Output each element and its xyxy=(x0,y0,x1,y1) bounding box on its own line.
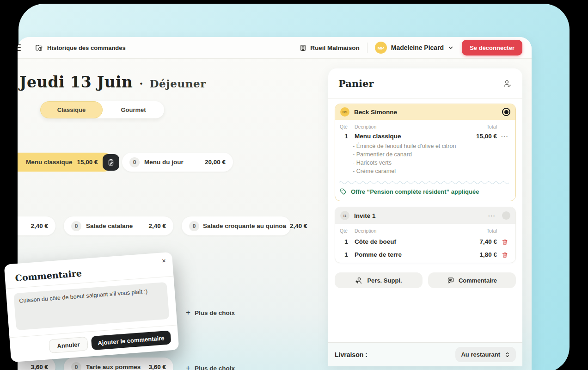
salad-item-catalane[interactable]: 0 Salade catalane 2,40 € xyxy=(64,216,173,235)
chevron-updown-icon xyxy=(504,352,510,358)
delete-item-icon[interactable] xyxy=(499,252,511,258)
wavy-divider xyxy=(339,180,512,184)
comment-button[interactable]: Commentaire xyxy=(428,272,516,288)
delivery-select[interactable]: Au restaurant xyxy=(455,347,516,362)
cart-panel: Panier BS Beck Simonne Qté Decription xyxy=(328,68,522,366)
menu-type-tabs: Classique Gourmet xyxy=(40,101,164,118)
logout-button[interactable]: Se déconnecter xyxy=(462,40,522,56)
person-plus-icon xyxy=(355,277,363,284)
close-icon[interactable]: × xyxy=(162,257,166,265)
building-icon xyxy=(300,44,306,51)
title-separator: · xyxy=(139,77,143,90)
guest-card-invite-1: I1 Invité 1 ··· Qté Decription Total 1 C… xyxy=(335,207,516,263)
item-details: - Émincé de fenouil huile d'olive et cit… xyxy=(335,140,515,175)
plus-icon: + xyxy=(186,308,190,317)
guest-avatar: I1 xyxy=(340,211,349,220)
divider xyxy=(367,43,368,53)
menu-icon[interactable] xyxy=(18,44,21,51)
menu-item-du-jour[interactable]: 0 Menu du jour 20,00 € xyxy=(122,153,233,172)
location-display: Rueil Malmaison xyxy=(300,44,360,51)
comment-textarea[interactable]: Cuisson du côte de boeuf saignant s'il v… xyxy=(13,282,169,331)
guest-header[interactable]: I1 Invité 1 ··· xyxy=(335,207,515,224)
cart-column-headers: Qté Decription Total xyxy=(335,228,515,234)
qty-badge: 0 xyxy=(71,362,81,370)
cart-item-row: 1 Menu classique 15,00 € ··· xyxy=(335,133,515,140)
cart-header: Panier xyxy=(328,68,522,99)
guest-avatar: BS xyxy=(340,107,349,117)
guest-card-beck-simonne: BS Beck Simonne Qté Decription Total 1 M… xyxy=(335,104,516,201)
more-choices-link-desserts[interactable]: + Plus de choix xyxy=(186,364,235,370)
dessert-item-tarte[interactable]: 0 Tarte aux pommes 3,60 € xyxy=(64,358,173,370)
meal-title: Déjeuner xyxy=(150,77,207,90)
cart-title: Panier xyxy=(338,78,374,89)
delete-item-icon[interactable] xyxy=(499,239,511,245)
top-bar: Historique des commandes Rueil Malmaison… xyxy=(18,37,532,59)
cart-item-row: 1 Pomme de terre 1,80 € xyxy=(335,251,515,258)
offer-label: Offre “Pension complète résident” appliq… xyxy=(351,188,479,195)
more-choices-link[interactable]: + Plus de choix xyxy=(186,308,235,317)
cart-item-row: 1 Côte de boeuf 7,40 € xyxy=(335,238,515,245)
guest-options-icon[interactable]: ··· xyxy=(488,212,496,219)
offer-row: Offre “Pension complète résident” appliq… xyxy=(335,184,515,201)
comment-modal: × Commentaire Cuisson du côte de boeuf s… xyxy=(4,252,179,363)
location-label: Rueil Malmaison xyxy=(310,44,360,51)
user-avatar: MP xyxy=(375,42,387,54)
cart-footer: Livraison : Au restaurant xyxy=(328,342,522,366)
menus-row: Menu classique 15,00 € 0 Menu du jour 20… xyxy=(18,153,319,172)
history-nav[interactable]: Historique des commandes xyxy=(35,44,126,52)
modal-footer: Annuler Ajouter le commentaire xyxy=(9,325,178,356)
clipboard-edit-icon xyxy=(107,159,115,166)
delivery-label: Livraison : xyxy=(335,351,368,358)
history-label: Historique des commandes xyxy=(47,44,126,51)
cart-column-headers: Qté Decription Total xyxy=(335,124,515,130)
cancel-button[interactable]: Annuler xyxy=(49,337,88,353)
guest-header[interactable]: BS Beck Simonne xyxy=(335,104,515,120)
guest-radio-selected[interactable] xyxy=(502,108,510,116)
qty-badge: 0 xyxy=(129,157,140,167)
salad-item-clipped[interactable]: 2,40 € xyxy=(18,216,55,235)
tab-gourmet[interactable]: Gourmet xyxy=(103,101,164,118)
comment-bubble-icon xyxy=(447,277,454,284)
menu-item-classique[interactable]: Menu classique 15,00 € xyxy=(18,153,113,172)
date-title: Jeudi 13 Juin xyxy=(19,73,133,91)
user-menu[interactable]: MP Madeleine Picard xyxy=(375,42,453,54)
page-title: Jeudi 13 Juin · Déjeuner xyxy=(19,73,206,91)
cart-actions: Pers. Suppl. Commentaire xyxy=(335,272,516,288)
item-options-icon[interactable]: ··· xyxy=(499,133,511,140)
chevron-down-icon xyxy=(448,45,453,50)
salads-row: 2,40 € 0 Salade catalane 2,40 € 0 Salade… xyxy=(18,216,319,235)
qty-badge: 0 xyxy=(189,221,199,231)
user-name: Madeleine Picard xyxy=(391,44,444,51)
salad-item-quinoa[interactable]: 0 Salade croquante au quinoa 2,40 € xyxy=(182,216,291,235)
guest-radio-unselected[interactable] xyxy=(502,211,510,220)
desserts-row: 3,60 € 0 Tarte aux pommes 3,60 € + Plus … xyxy=(18,358,319,370)
plus-icon: + xyxy=(186,364,190,370)
qty-badge: 0 xyxy=(71,221,81,231)
note-button[interactable] xyxy=(103,154,119,171)
tag-icon xyxy=(340,188,347,195)
history-icon xyxy=(35,44,43,52)
add-comment-button[interactable]: Ajouter le commentaire xyxy=(91,330,171,350)
add-person-button[interactable]: Pers. Suppl. xyxy=(335,272,423,288)
tab-classique[interactable]: Classique xyxy=(40,101,103,118)
person-check-icon[interactable] xyxy=(503,79,512,88)
top-bar-right: Rueil Malmaison MP Madeleine Picard Se d… xyxy=(300,40,522,56)
